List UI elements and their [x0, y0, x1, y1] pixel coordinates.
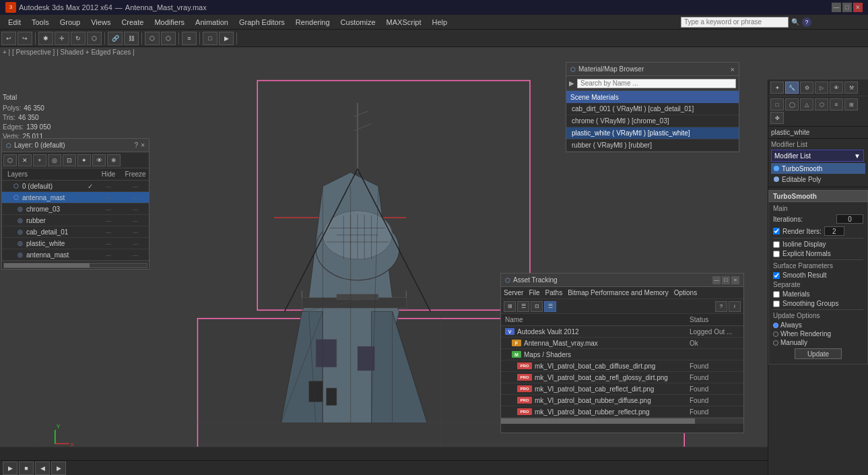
layer-btn-freeze[interactable]: ❄ [107, 154, 121, 166]
layer-item-cab-detail[interactable]: ◎ cab_detail_01 — — [2, 226, 149, 238]
at-row-vault[interactable]: V Autodesk Vault 2012 Logged Out ... [501, 326, 743, 338]
toolbar-redo[interactable]: ↪ [18, 32, 32, 45]
at-maximize-btn[interactable]: □ [722, 276, 730, 284]
toolbar-mirror[interactable]: ⬡ [145, 32, 160, 45]
materials-checkbox[interactable] [773, 291, 780, 298]
asset-tracking-scrollbar[interactable] [501, 418, 743, 423]
toolbar-align[interactable]: ⬡ [161, 32, 176, 45]
toolbar-rotate[interactable]: ↻ [71, 32, 86, 45]
motion-tab[interactable]: ▷ [815, 82, 828, 94]
layer-item-0[interactable]: ⬡ 0 (default) ✓ — — [2, 181, 149, 192]
at-btn-3[interactable]: ⊡ [531, 301, 543, 312]
render-iters-checkbox[interactable] [773, 228, 780, 234]
timeline[interactable] [0, 447, 868, 460]
menu-item-modifiers[interactable]: Modifiers [149, 17, 190, 28]
layer-btn-add[interactable]: + [33, 154, 46, 166]
material-plastic-white[interactable]: plastic_white ( VRayMtl ) [plastic_white… [566, 127, 739, 139]
layer-item-antenna-mast[interactable]: ⬡ antenna_mast — — [2, 192, 149, 203]
shape-btn-2[interactable]: ◯ [785, 98, 799, 110]
smoothing-groups-checkbox[interactable] [773, 300, 780, 307]
toolbar-undo[interactable]: ↩ [1, 32, 16, 45]
layer-item-antenna-mast-sub[interactable]: ◎ antenna_mast — — [2, 249, 149, 261]
at-row-maps[interactable]: M Maps / Shaders [501, 349, 743, 360]
at-close-btn[interactable]: × [731, 276, 739, 284]
modifier-editable-poly[interactable]: Editable Poly [771, 174, 865, 185]
layer-btn-select[interactable]: ⬡ [3, 154, 17, 166]
iterations-input[interactable] [836, 214, 863, 224]
at-row-png-3[interactable]: PRO mk_VI_patrol_boat_cab_reflect_dirt.p… [501, 383, 743, 395]
shape-btn-6[interactable]: ⊞ [844, 98, 858, 110]
at-row-max-file[interactable]: F Antenna_Mast_vray.max Ok [501, 338, 743, 349]
shape-btn-4[interactable]: ⬡ [815, 98, 828, 110]
layers-panel-close[interactable]: × [141, 141, 145, 149]
asset-tracking-titlebar[interactable]: ⬡ Asset Tracking — □ × [501, 274, 743, 287]
render-iters-input[interactable] [824, 226, 844, 236]
restore-btn[interactable]: □ [842, 3, 852, 12]
hierarchy-tab[interactable]: ⚙ [800, 82, 813, 94]
layer-btn-hide[interactable]: 👁 [92, 154, 106, 166]
search-input[interactable] [681, 17, 789, 28]
menu-item-views[interactable]: Views [86, 17, 116, 28]
at-menu-paths[interactable]: Paths [545, 289, 563, 296]
stop-btn[interactable]: ■ [19, 462, 34, 475]
play-btn[interactable]: ▶ [3, 462, 18, 475]
menu-item-maxscript[interactable]: MAXScript [381, 17, 427, 28]
always-radio[interactable] [773, 323, 778, 328]
modifier-dropdown[interactable]: Modifier List ▼ [771, 150, 864, 162]
toolbar-move[interactable]: ✛ [55, 32, 69, 45]
at-btn-1[interactable]: ⊞ [504, 301, 516, 312]
menu-item-help[interactable]: Help [427, 17, 453, 28]
menu-item-create[interactable]: Create [116, 17, 149, 28]
menu-item-edit[interactable]: Edit [3, 17, 26, 28]
at-menu-bitmap[interactable]: Bitmap Performance and Memory [568, 289, 669, 296]
layer-item-plastic-white[interactable]: ◎ plastic_white — — [2, 238, 149, 249]
menu-item-customize[interactable]: Customize [335, 17, 381, 28]
shape-btn-1[interactable]: □ [770, 98, 784, 110]
help-icon[interactable]: ? [802, 18, 811, 27]
toolbar-unlink[interactable]: ⛓ [124, 32, 139, 45]
at-row-png-5[interactable]: PRO mk_VI_patrol_boat_rubber_reflect.png… [501, 406, 743, 418]
layer-btn-delete[interactable]: ✕ [18, 154, 32, 166]
layer-item-chrome03[interactable]: ◎ chrome_03 — — [2, 203, 149, 215]
toolbar-select[interactable]: ✱ [38, 32, 53, 45]
layers-panel-question[interactable]: ? [135, 141, 139, 149]
toolbar-scale[interactable]: ⬡ [87, 32, 102, 45]
at-help-btn[interactable]: ? [715, 301, 727, 312]
layer-btn-select-objects[interactable]: ⊡ [63, 154, 76, 166]
when-rendering-radio[interactable] [773, 331, 778, 337]
next-frame-btn[interactable]: ▶ [51, 462, 66, 475]
shape-btn-3[interactable]: △ [800, 98, 813, 110]
modify-tab[interactable]: 🔧 [785, 82, 799, 94]
at-menu-server[interactable]: Server [504, 289, 523, 296]
at-info-btn[interactable]: i [729, 301, 741, 312]
material-chrome[interactable]: chrome ( VRayMtl ) [chrome_03] [566, 115, 739, 127]
minimize-btn[interactable]: — [832, 3, 841, 12]
at-row-png-1[interactable]: PRO mk_VI_patrol_boat_cab_diffuse_dirt.p… [501, 360, 743, 372]
layer-btn-add-selected[interactable]: ◎ [48, 154, 61, 166]
at-menu-file[interactable]: File [529, 289, 539, 296]
material-search-input[interactable] [577, 79, 736, 88]
toolbar-layers[interactable]: ≡ [182, 32, 197, 45]
search-icon[interactable]: 🔍 [791, 18, 799, 26]
toolbar-render-setup[interactable]: □ [203, 32, 218, 45]
manually-radio[interactable] [773, 340, 778, 346]
at-row-png-4[interactable]: PRO mk_VI_patrol_boat_rubber_diffuse.png… [501, 395, 743, 406]
material-rubber[interactable]: rubber ( VRayMtl ) [rubber] [566, 139, 739, 152]
menu-item-graph-editors[interactable]: Graph Editors [234, 17, 290, 28]
shape-btn-5[interactable]: ≡ [830, 98, 843, 110]
layers-panel-titlebar[interactable]: ⬡ Layer: 0 (default) ? × [2, 139, 149, 152]
menu-item-animation[interactable]: Animation [190, 17, 234, 28]
prev-frame-btn[interactable]: ◀ [35, 462, 50, 475]
modifier-turbosmooth[interactable]: TurboSmooth [771, 163, 865, 174]
utilities-tab[interactable]: ⚒ [844, 82, 858, 94]
update-button[interactable]: Update [795, 348, 842, 359]
layer-btn-highlight[interactable]: ✦ [77, 154, 91, 166]
explicit-normals-checkbox[interactable] [773, 251, 780, 257]
menu-item-group[interactable]: Group [55, 17, 86, 28]
toolbar-link[interactable]: 🔗 [108, 32, 123, 45]
at-minimize-btn[interactable]: — [712, 276, 721, 284]
shape-btn-7[interactable]: ✤ [770, 112, 784, 124]
material-cab-dirt[interactable]: cab_dirt_001 ( VRayMtl ) [cab_detail_01] [566, 103, 739, 115]
smooth-result-checkbox[interactable] [773, 272, 780, 279]
material-browser-titlebar[interactable]: ⬡ Material/Map Browser × [566, 63, 739, 76]
